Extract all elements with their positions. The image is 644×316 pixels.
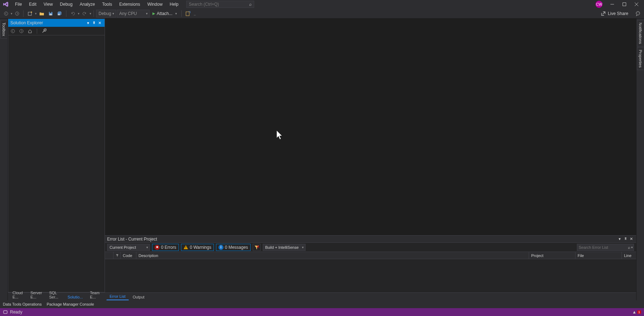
svg-point-12 (637, 13, 637, 13)
solution-platform-dropdown[interactable]: Any CPU (117, 10, 150, 18)
col-code[interactable]: Code (121, 252, 136, 259)
open-file-button[interactable] (37, 10, 46, 18)
error-list-header-row: Code Description Project File Line (105, 252, 636, 259)
properties-tab[interactable]: Properties (637, 47, 644, 70)
panel-close-icon[interactable]: ✕ (97, 20, 102, 26)
solution-explorer-tree[interactable] (8, 35, 105, 292)
toolbox-tab[interactable]: Toolbox (0, 20, 7, 39)
warnings-filter-button[interactable]: 0 Warnings (181, 244, 214, 251)
feedback-button[interactable] (634, 10, 642, 18)
col-description[interactable]: Description (136, 252, 529, 259)
menu-tools[interactable]: Tools (99, 1, 116, 8)
workspace: Toolbox Solution Explorer ▾ ✕ (0, 19, 644, 300)
mouse-cursor-icon (276, 130, 283, 140)
user-avatar[interactable]: CW (595, 1, 603, 8)
panel-pin-icon[interactable] (91, 20, 97, 26)
search-icon: ⌕ (249, 2, 252, 7)
menu-search-box[interactable]: ⌕ (186, 1, 254, 8)
solution-explorer-titlebar[interactable]: Solution Explorer ▾ ✕ (8, 19, 105, 27)
status-ready-icon (3, 310, 8, 315)
solution-config-dropdown[interactable]: Debug (96, 10, 116, 18)
filter-clear-icon (254, 245, 259, 250)
nav-forward-button[interactable] (13, 10, 21, 18)
panel-tab[interactable]: Server E... (27, 289, 45, 300)
error-list-search[interactable]: ⌕ ▾ (577, 244, 634, 251)
save-button[interactable] (47, 10, 55, 18)
notifications-tab[interactable]: Notifications (637, 20, 644, 46)
panel-dropdown-icon[interactable]: ▾ (85, 20, 91, 26)
live-share-button[interactable]: Live Share (598, 11, 631, 16)
play-icon: ▶ (152, 11, 155, 15)
menu-edit[interactable]: Edit (25, 1, 40, 8)
info-icon (218, 245, 223, 250)
sol-forward-icon[interactable] (18, 28, 25, 34)
window-maximize-button[interactable] (618, 0, 630, 9)
svg-rect-7 (50, 12, 51, 13)
panel-tab[interactable]: Error List (106, 293, 129, 300)
svg-point-13 (638, 13, 639, 13)
redo-button[interactable] (80, 10, 89, 18)
errors-filter-button[interactable]: 0 Errors (152, 244, 179, 251)
errlist-close-icon[interactable]: ✕ (628, 236, 634, 242)
menu-debug[interactable]: Debug (56, 1, 76, 8)
window-close-button[interactable] (630, 0, 643, 9)
error-scope-dropdown[interactable]: Current Project (107, 244, 150, 251)
editor-area[interactable] (105, 19, 636, 235)
menu-file[interactable]: File (11, 1, 25, 8)
warning-icon (183, 245, 188, 250)
menu-analyze[interactable]: Analyze (76, 1, 99, 8)
error-list-search-input[interactable] (579, 245, 628, 250)
col-line[interactable]: Line (622, 252, 636, 259)
sol-back-icon[interactable] (10, 28, 16, 34)
sol-home-icon[interactable] (27, 28, 33, 34)
svg-rect-6 (28, 12, 31, 15)
svg-rect-17 (186, 248, 186, 249)
status-text: Ready (10, 310, 22, 315)
svg-point-4 (4, 12, 8, 15)
save-all-button[interactable] (55, 10, 64, 18)
notifications-button[interactable]: ▲ 1 (632, 310, 641, 315)
nav-back-button[interactable] (2, 10, 10, 18)
panel-tab[interactable]: Output (130, 293, 148, 300)
col-category-icon[interactable] (114, 252, 121, 259)
error-list-titlebar[interactable]: Error List - Current Project ▾ ✕ (105, 236, 636, 243)
panel-tab[interactable]: SQL Ser... (46, 289, 64, 300)
menu-window[interactable]: Window (144, 1, 166, 8)
svg-rect-8 (50, 14, 52, 15)
col-icon[interactable] (105, 252, 114, 259)
solution-explorer-panel: Solution Explorer ▾ ✕ (8, 19, 105, 292)
visual-studio-logo-icon (2, 1, 9, 8)
bottom-tabstrip-2: Data Tools OperationsPackage Manager Con… (0, 300, 644, 308)
messages-filter-button[interactable]: 0 Messages (216, 244, 251, 251)
messages-count-label: 0 Messages (225, 245, 248, 250)
window-minimize-button[interactable] (606, 0, 618, 9)
col-project[interactable]: Project (529, 252, 575, 259)
errlist-dropdown-icon[interactable]: ▾ (617, 236, 623, 242)
clear-filters-button[interactable] (253, 244, 261, 251)
svg-point-11 (636, 11, 640, 15)
panel-tab[interactable]: Data Tools Operations (3, 302, 42, 306)
svg-rect-9 (58, 14, 60, 15)
panel-tab[interactable]: Cloud E... (9, 289, 26, 300)
menu-extensions[interactable]: Extensions (116, 1, 144, 8)
error-list-body[interactable] (105, 259, 636, 292)
panel-tab[interactable]: Package Manager Console (47, 302, 94, 306)
build-intellisense-dropdown[interactable]: Build + IntelliSense (263, 244, 306, 251)
sol-properties-icon[interactable] (41, 28, 47, 34)
panel-tab[interactable]: Solutio... (64, 293, 86, 300)
menu-help[interactable]: Help (166, 1, 182, 8)
svg-point-14 (11, 29, 15, 33)
undo-button[interactable] (69, 10, 77, 18)
attach-debugger-button[interactable]: ▶ Attach... (150, 10, 179, 18)
col-file[interactable]: File (575, 252, 622, 259)
svg-rect-10 (186, 12, 189, 16)
new-project-button[interactable] (26, 10, 34, 18)
main-toolbar: ▾ ▾ ▾ ▾ Debug Any CPU ▶ Attach... _ Live… (0, 9, 644, 19)
error-list-toolbar: Current Project 0 Errors 0 Warnings 0 Me… (105, 243, 636, 252)
search-dropdown-icon[interactable]: ▾ (631, 246, 633, 249)
menu-search-input[interactable] (189, 2, 249, 7)
find-in-files-button[interactable] (184, 10, 192, 18)
panel-tab[interactable]: Team E... (87, 289, 104, 300)
menu-view[interactable]: View (40, 1, 56, 8)
errlist-pin-icon[interactable] (623, 236, 628, 242)
